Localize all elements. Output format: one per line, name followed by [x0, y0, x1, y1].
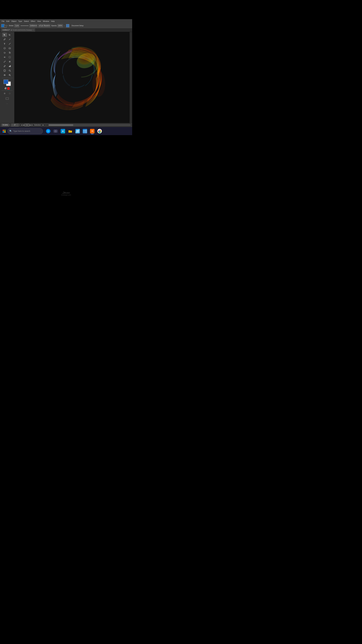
first-page-btn[interactable]: ⏮ — [21, 124, 23, 126]
explorer-icon — [68, 129, 72, 133]
cortana-icon: ○ — [46, 129, 50, 133]
fill-stroke-selector[interactable]: ▾ — [1, 24, 8, 28]
stroke-color-box[interactable] — [4, 25, 6, 28]
horizontal-scrollbar[interactable] — [48, 124, 131, 126]
shape-tools-row — [2, 46, 12, 50]
stroke-value-dropdown[interactable]: 1 pt ▾ — [14, 24, 19, 27]
status-collapse-btn[interactable]: ‹ — [45, 124, 46, 126]
stroke-label: Stroke: — [9, 25, 14, 26]
swap-colors-icon[interactable] — [5, 87, 7, 90]
foreground-color-swatch[interactable] — [3, 80, 8, 84]
start-button[interactable] — [1, 128, 7, 134]
illustrator-app[interactable]: Ai — [89, 128, 96, 135]
menu-edit[interactable]: Edit — [6, 20, 9, 22]
svg-line-1 — [9, 39, 10, 40]
task-view-app[interactable] — [52, 128, 59, 135]
page-input[interactable] — [24, 124, 29, 126]
default-colors-icon[interactable] — [7, 87, 9, 90]
menu-view[interactable]: View — [37, 20, 41, 22]
svg-rect-40 — [54, 131, 55, 132]
doc-setup-btn[interactable]: Document Setup — [71, 25, 83, 26]
zoom-input[interactable] — [1, 124, 9, 126]
blend-tool[interactable] — [2, 60, 7, 64]
taskbar-search-bar[interactable]: 🔍 Type here to search — [8, 128, 43, 134]
right-panel — [130, 32, 132, 123]
selection-tools-row — [2, 33, 12, 37]
svg-rect-5 — [9, 52, 10, 53]
menu-file[interactable]: File — [1, 20, 4, 22]
rotate-tool[interactable] — [2, 51, 7, 55]
hand-tool[interactable] — [2, 73, 7, 77]
toolbar-expand[interactable]: › — [64, 24, 65, 27]
store-app[interactable] — [74, 128, 81, 135]
cortana-app[interactable]: ○ — [45, 128, 52, 135]
mesh-tool[interactable] — [7, 60, 12, 64]
direct-select-tool[interactable] — [7, 33, 12, 37]
svg-rect-34 — [3, 130, 4, 131]
chart-tool[interactable] — [7, 64, 12, 68]
draw-tool-extra[interactable] — [7, 91, 12, 96]
tab-close-btn[interactable]: × — [32, 29, 33, 31]
document-tab[interactable]: Untitled-2* @ 70.56% (CMYK/CPU Preview) … — [1, 28, 35, 32]
last-page-btn[interactable]: ⏭ — [31, 124, 33, 126]
ellipse-tool[interactable] — [2, 46, 7, 50]
menu-window[interactable]: Window — [43, 20, 49, 22]
svg-rect-39 — [56, 130, 57, 131]
svg-rect-17 — [10, 65, 11, 67]
color-swatches[interactable] — [3, 80, 11, 86]
screen-mode-btn[interactable] — [2, 96, 12, 100]
line-tool[interactable] — [7, 42, 12, 46]
warp-tools-row — [2, 55, 12, 59]
menu-object[interactable]: Object — [11, 20, 16, 22]
warp-tool[interactable] — [2, 55, 7, 59]
free-transform-tool[interactable] — [7, 55, 12, 59]
opacity-dropdown[interactable]: 100% — [57, 24, 63, 27]
menu-help[interactable]: Help — [51, 20, 55, 22]
pencil-tool[interactable] — [7, 37, 12, 41]
explorer-app[interactable] — [67, 128, 74, 135]
cap-style-control: ● 5 pt. Round ▾ — [38, 24, 50, 27]
tab-bar: Untitled-2* @ 70.56% (CMYK/CPU Preview) … — [0, 28, 132, 32]
zoom-arrow-down[interactable]: ▾ — [9, 124, 10, 126]
rectangle-tool[interactable] — [7, 46, 12, 50]
canvas-content — [14, 32, 132, 123]
type-tools-row: T — [2, 42, 12, 46]
rotation-input[interactable] — [11, 124, 18, 126]
effect-tools-row — [2, 60, 12, 64]
svg-line-9 — [4, 62, 5, 62]
more-tools-btn[interactable]: ··· — [5, 102, 9, 106]
svg-rect-43 — [78, 130, 79, 131]
cap-dropdown[interactable]: ● 5 pt. Round ▾ — [38, 24, 50, 27]
chrome-app[interactable] — [96, 128, 103, 135]
selection-tool[interactable] — [2, 33, 7, 37]
menu-effect[interactable]: Effect — [31, 20, 35, 22]
type-tool[interactable]: T — [2, 42, 7, 46]
status-expand-btn[interactable]: ▶ — [43, 124, 44, 126]
line-style-control: Uniform ▾ — [20, 24, 37, 27]
next-page-btn[interactable]: ▶ — [30, 124, 31, 126]
menu-select[interactable]: Select — [24, 20, 29, 22]
prev-page-btn[interactable]: ◀ — [23, 124, 24, 126]
zoom-in-tool[interactable] — [7, 73, 12, 77]
zoom-tool[interactable] — [7, 68, 12, 73]
draw-inside-tool[interactable] — [2, 91, 7, 96]
artboard-tool[interactable] — [2, 68, 7, 73]
edge-app[interactable]: e — [59, 128, 66, 135]
mail-app[interactable] — [81, 128, 88, 135]
svg-line-22 — [10, 71, 11, 72]
color-preview[interactable] — [66, 24, 69, 27]
artwork-container — [36, 38, 110, 118]
app-window: File Edit Object Type Select Effect View… — [0, 19, 132, 135]
scale-tool[interactable] — [7, 51, 12, 55]
pen-tool[interactable] — [2, 37, 7, 41]
rotate-tools-row — [2, 51, 12, 55]
svg-rect-31 — [6, 98, 8, 99]
menu-type[interactable]: Type — [18, 20, 22, 22]
taskbar-apps: ○ e — [45, 128, 103, 135]
svg-rect-36 — [3, 131, 4, 132]
rotation-arrow-down[interactable]: ▾ — [19, 124, 20, 126]
svg-rect-15 — [9, 66, 9, 67]
eyedropper-tool[interactable] — [2, 64, 7, 68]
uniform-dropdown[interactable]: Uniform ▾ — [29, 24, 37, 27]
svg-rect-42 — [76, 130, 77, 131]
